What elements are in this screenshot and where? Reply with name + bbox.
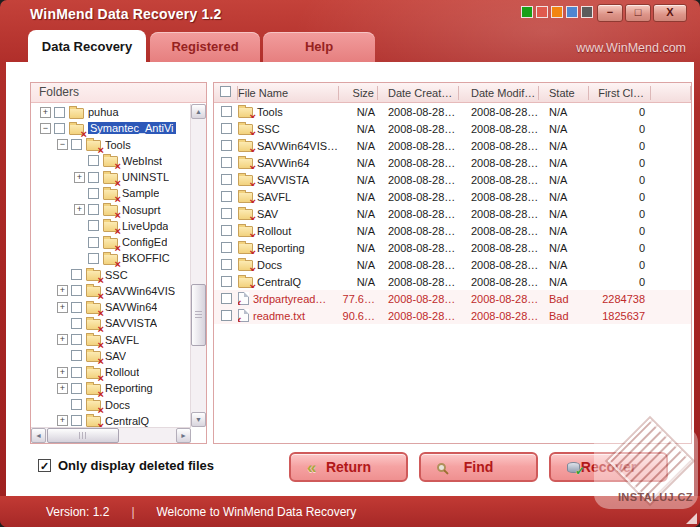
tree-item-checkbox[interactable] [71,350,82,361]
maximize-button[interactable]: □ [625,4,651,22]
table-row-savvista[interactable]: SAVVISTAN/A2008-08-28…2008-08-28…N/A0 [214,171,691,188]
column-header-first-cl[interactable]: First Cl… [589,86,651,100]
tree-item-docs[interactable]: Docs [31,397,190,413]
tree-item-ssc[interactable]: SSC [31,267,190,283]
row-checkbox[interactable] [221,293,232,304]
column-header-state[interactable]: State [539,86,589,100]
column-header-size[interactable]: Size [339,86,378,100]
row-checkbox[interactable] [221,157,232,168]
row-checkbox[interactable] [221,106,232,117]
column-header-file-name[interactable]: File Name [238,86,339,100]
column-header-date-modif[interactable]: Date Modif… [459,86,539,100]
tree-item-checkbox[interactable] [88,188,99,199]
titlebar-color-swatch-icon[interactable] [521,6,533,18]
tree-expander-icon[interactable]: + [74,172,85,183]
table-row-savfl[interactable]: SAVFLN/A2008-08-28…2008-08-28…N/A0 [214,188,691,205]
row-checkbox[interactable] [221,310,232,321]
table-row-3rdpartyread[interactable]: 3rdpartyread…77.6…2008-08-28…2008-08-28…… [214,290,691,307]
table-row-rollout[interactable]: RolloutN/A2008-08-28…2008-08-28…N/A0 [214,222,691,239]
tree-item-reporting[interactable]: +Reporting [31,380,190,396]
website-link[interactable]: www.WinMend.com [576,41,686,55]
only-deleted-checkbox[interactable]: ✓ [38,459,51,472]
recover-button[interactable]: Recover [549,452,668,482]
titlebar-color-swatch-icon[interactable] [551,6,563,18]
row-checkbox[interactable] [221,174,232,185]
resize-grip[interactable] [686,513,697,524]
scroll-left-icon[interactable]: ◄ [31,428,46,443]
select-all-checkbox[interactable] [220,86,231,97]
row-checkbox[interactable] [221,208,232,219]
tree-item-checkbox[interactable] [88,204,99,215]
tree-item-checkbox[interactable] [71,302,82,313]
tree-expander-icon[interactable]: − [57,139,68,150]
row-checkbox[interactable] [221,242,232,253]
tree-item-centralq[interactable]: +CentralQ [31,413,190,427]
minimize-button[interactable]: − [597,4,623,22]
tree-item-webinst[interactable]: WebInst [31,153,190,169]
tree-expander-icon[interactable]: + [57,302,68,313]
vertical-scroll-thumb[interactable] [191,284,206,346]
tree-expander-icon[interactable]: − [40,123,51,134]
tree-expander-icon[interactable]: + [40,107,51,118]
tree-horizontal-scrollbar[interactable]: ◄ ► [31,427,191,443]
tree-expander-icon[interactable]: + [57,285,68,296]
tree-item-nosuprt[interactable]: +Nosuprt [31,202,190,218]
find-button[interactable]: Find [419,452,538,482]
tree-expander-icon[interactable]: + [57,415,68,426]
tree-item-bkoffic[interactable]: BKOFFIC [31,250,190,266]
tree-item-liveupda[interactable]: LiveUpda [31,218,190,234]
tree-item-checkbox[interactable] [54,107,65,118]
tree-item-rollout[interactable]: +Rollout [31,364,190,380]
tab-data-recovery[interactable]: Data Recovery [28,30,146,62]
tree-item-savvista[interactable]: SAVVISTA [31,315,190,331]
row-checkbox[interactable] [221,123,232,134]
horizontal-scroll-thumb[interactable] [47,428,119,443]
tab-help[interactable]: Help [263,32,375,62]
table-row-readme-txt[interactable]: readme.txt90.6…2008-08-28…2008-08-28…Bad… [214,307,691,324]
tree-expander-icon[interactable]: + [57,334,68,345]
titlebar-color-swatch-icon[interactable] [566,6,578,18]
tree-item-checkbox[interactable] [88,155,99,166]
tree-item-checkbox[interactable] [88,220,99,231]
table-row-savwin64vis[interactable]: SAVWin64VIS…N/A2008-08-28…2008-08-28…N/A… [214,137,691,154]
tree-item-puhua[interactable]: +puhua [31,104,190,120]
tree-item-checkbox[interactable] [71,318,82,329]
tree-item-checkbox[interactable] [71,399,82,410]
scroll-right-icon[interactable]: ► [176,428,191,443]
row-checkbox[interactable] [221,191,232,202]
row-checkbox[interactable] [221,225,232,236]
tree-item-savfl[interactable]: +SAVFL [31,332,190,348]
table-row-docs[interactable]: DocsN/A2008-08-28…2008-08-28…N/A0 [214,256,691,273]
tree-item-tools[interactable]: −Tools [31,137,190,153]
row-checkbox[interactable] [221,276,232,287]
scroll-down-icon[interactable]: ▼ [191,412,206,427]
table-row-ssc[interactable]: SSCN/A2008-08-28…2008-08-28…N/A0 [214,120,691,137]
tree-item-checkbox[interactable] [71,139,82,150]
tree-item-sav[interactable]: SAV [31,348,190,364]
table-row-reporting[interactable]: ReportingN/A2008-08-28…2008-08-28…N/A0 [214,239,691,256]
tree-item-sample[interactable]: Sample [31,185,190,201]
tree-item-checkbox[interactable] [71,367,82,378]
tree-vertical-scrollbar[interactable]: ▲ ▼ [190,104,206,427]
close-button[interactable]: X [653,4,687,22]
titlebar-color-swatch-icon[interactable] [536,6,548,18]
tree-item-checkbox[interactable] [71,269,82,280]
tree-item-checkbox[interactable] [71,415,82,426]
tree-item-checkbox[interactable] [88,253,99,264]
tree-item-uninstl[interactable]: +UNINSTL [31,169,190,185]
row-checkbox[interactable] [221,140,232,151]
tree-item-checkbox[interactable] [71,334,82,345]
tree-item-checkbox[interactable] [88,237,99,248]
table-row-sav[interactable]: SAVN/A2008-08-28…2008-08-28…N/A0 [214,205,691,222]
table-row-centralq[interactable]: CentralQN/A2008-08-28…2008-08-28…N/A0 [214,273,691,290]
tree-expander-icon[interactable]: + [74,204,85,215]
tree-item-checkbox[interactable] [88,172,99,183]
table-row-tools[interactable]: ToolsN/A2008-08-28…2008-08-28…N/A0 [214,103,691,120]
tree-item-checkbox[interactable] [54,123,65,134]
return-button[interactable]: «Return [289,452,408,482]
tree-expander-icon[interactable]: + [57,367,68,378]
tree-item-savwin64[interactable]: +SAVWin64 [31,299,190,315]
tree-item-checkbox[interactable] [71,383,82,394]
column-header-date-creat[interactable]: Date Creat… [378,86,459,100]
table-row-savwin64[interactable]: SAVWin64N/A2008-08-28…2008-08-28…N/A0 [214,154,691,171]
